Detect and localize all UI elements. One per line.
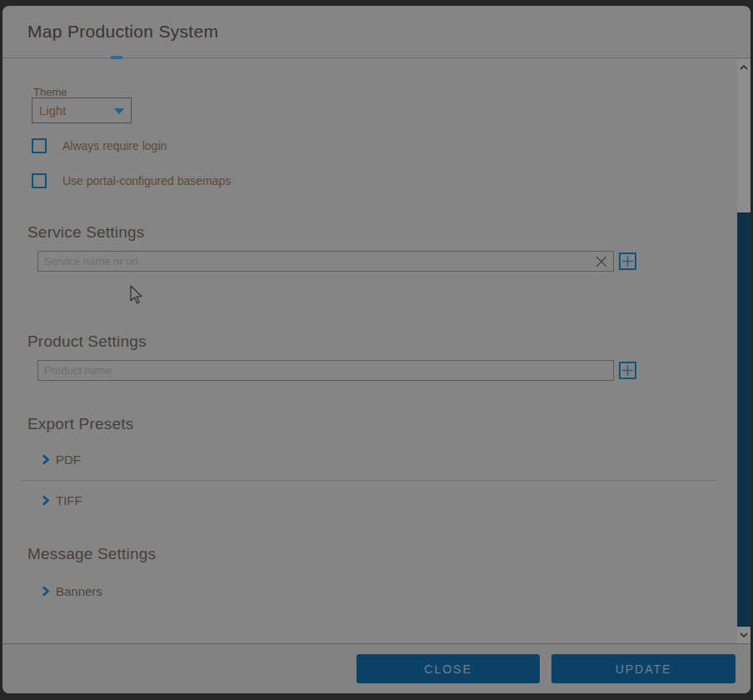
mouse-cursor-icon [129,285,144,309]
map-production-dialog: Map Production System Theme Light Always… [2,6,751,693]
checkbox-row-always-require-login: Always require login [32,138,167,153]
banners-expander[interactable]: Banners [42,584,102,598]
checkbox-row-portal-basemaps: Use portal-configured basemaps [32,173,231,188]
service-name-input[interactable] [37,251,614,272]
vertical-scrollbar[interactable] [737,59,751,643]
clear-input-icon[interactable] [594,254,609,269]
expander-label: PDF [56,452,81,467]
pdf-preset-expander[interactable]: PDF [42,452,81,467]
scrollbar-thumb[interactable] [737,212,751,627]
dialog-body: Theme Light Always require login Use por… [2,59,751,643]
message-settings-heading: Message Settings [27,545,156,563]
always-require-login-checkbox[interactable] [32,138,47,153]
checkbox-label: Use portal-configured basemaps [62,174,231,188]
chevron-right-icon [42,495,49,506]
dialog-title: Map Production System [27,22,218,42]
close-button-label: CLOSE [424,662,471,676]
update-button[interactable]: UPDATE [551,654,736,683]
theme-select-value: Light [39,103,114,118]
chevron-right-icon [42,454,49,465]
update-button-label: UPDATE [616,662,672,676]
expander-label: TIFF [56,493,82,508]
product-settings-heading: Product Settings [27,332,147,351]
screenshot-root: Map Production System Theme Light Always… [0,0,753,700]
plus-icon [622,256,633,267]
add-service-button[interactable] [619,252,636,270]
export-presets-heading: Export Presets [27,415,133,433]
portal-basemaps-checkbox[interactable] [32,173,47,188]
scrollbar-down-arrow-icon[interactable] [737,628,751,642]
plus-icon [622,365,633,376]
product-name-input[interactable] [37,360,614,381]
chevron-down-caret-icon [114,108,124,114]
scrollbar-up-arrow-icon[interactable] [737,61,751,74]
checkbox-label: Always require login [62,139,167,152]
tiff-preset-expander[interactable]: TIFF [42,493,82,508]
expander-label: Banners [56,584,102,598]
service-settings-heading: Service Settings [27,223,145,242]
divider [21,480,716,481]
theme-label: Theme [33,86,67,98]
dialog-header: Map Production System [2,6,751,58]
chevron-right-icon [42,586,49,597]
add-product-button[interactable] [619,362,636,379]
dialog-footer: CLOSE UPDATE [2,643,751,693]
close-button[interactable]: CLOSE [357,654,540,683]
theme-select[interactable]: Light [32,98,132,123]
